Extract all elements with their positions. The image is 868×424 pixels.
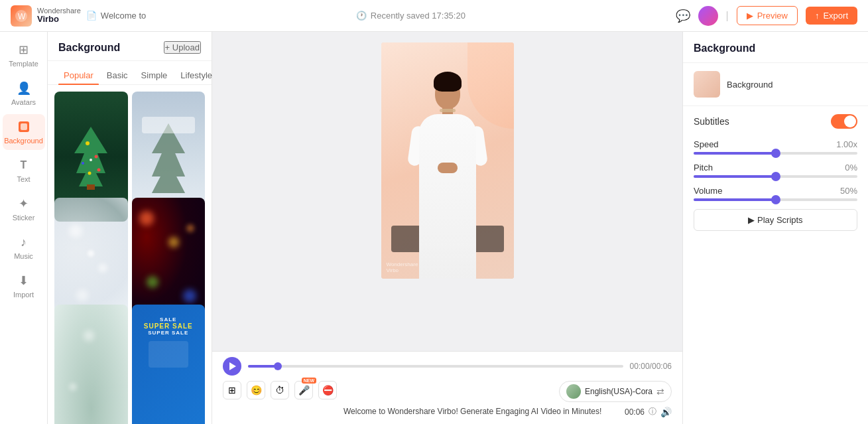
tab-lifestyle[interactable]: Lifestyle bbox=[175, 66, 217, 84]
saved-status: 🕐 Recently saved 17:35:20 bbox=[356, 11, 465, 21]
center-area: Welcome to Wondershare Virbo! Wondershar… bbox=[212, 32, 682, 424]
svg-text:W: W bbox=[18, 12, 26, 21]
sidebar-item-text[interactable]: T Text bbox=[3, 153, 45, 188]
background-icon bbox=[17, 119, 31, 134]
volume-value: 50% bbox=[840, 186, 857, 196]
duration-badge: 00:06 bbox=[625, 407, 645, 417]
pitch-slider[interactable] bbox=[694, 175, 857, 178]
svg-marker-4 bbox=[74, 127, 107, 186]
emoji-tool-icon[interactable]: 😊 bbox=[247, 381, 265, 399]
speed-row: Speed 1.00x bbox=[694, 139, 857, 155]
preview-button[interactable]: ▶ Preview bbox=[737, 6, 798, 25]
panel-header: Background + Upload bbox=[48, 32, 212, 61]
timeline: 00:00/00:06 ⊞ 😊 ⏱ 🎤 NEW ⛔ bbox=[212, 351, 682, 424]
notifications-icon[interactable]: 💬 bbox=[676, 9, 690, 23]
volume-icon[interactable]: 🔊 bbox=[660, 407, 672, 417]
canvas-video: Welcome to Wondershare Virbo! Wondershar… bbox=[381, 42, 514, 279]
svg-rect-3 bbox=[21, 123, 27, 130]
avatars-icon: 👤 bbox=[17, 81, 31, 96]
volume-row: Volume 50% bbox=[694, 186, 857, 201]
bg-thumb-light-green[interactable] bbox=[54, 305, 128, 424]
subtitles-row: Subtitles bbox=[683, 106, 868, 137]
voice-avatar bbox=[566, 384, 581, 399]
volume-label: Volume bbox=[694, 186, 722, 196]
script-text: Welcome to Wondershare Virbo! Generate E… bbox=[343, 406, 621, 417]
volume-fill bbox=[694, 198, 776, 201]
user-avatar[interactable] bbox=[698, 6, 718, 26]
logo-icon: W bbox=[11, 5, 32, 27]
canvas-area: Welcome to Wondershare Virbo! Wondershar… bbox=[212, 32, 682, 351]
mic-tool-icon[interactable]: 🎤 NEW bbox=[294, 381, 313, 399]
icon-sidebar: ⊞ Template 👤 Avatars Background T Text ✦… bbox=[0, 32, 48, 424]
template-icon: ⊞ bbox=[17, 42, 31, 57]
bg-preview-label: Background bbox=[727, 80, 773, 90]
text-icon: T bbox=[17, 158, 31, 173]
pitch-row: Pitch 0% bbox=[694, 163, 857, 178]
volume-thumb bbox=[771, 195, 780, 204]
svg-point-6 bbox=[86, 141, 90, 145]
panel-tabs: Popular Basic Simple Lifestyle › bbox=[48, 61, 212, 85]
subtitles-toggle[interactable] bbox=[831, 114, 857, 129]
script-tools: ⊞ 😊 ⏱ 🎤 NEW ⛔ bbox=[223, 381, 337, 399]
info-icon[interactable]: ⓘ bbox=[649, 406, 656, 417]
topbar: W Wondershare Virbo 📄 Welcome to 🕐 Recen… bbox=[0, 0, 868, 32]
right-panel-header: Background bbox=[683, 32, 868, 63]
sidebar-item-background[interactable]: Background bbox=[3, 114, 45, 150]
subtitles-label: Subtitles bbox=[694, 116, 729, 127]
right-panel: Background Background Subtitles Speed 1.… bbox=[682, 32, 868, 424]
bg-preview-thumbnail bbox=[694, 71, 720, 98]
voice-selector[interactable]: English(USA)-Cora ⇄ bbox=[559, 381, 672, 402]
topbar-center: 🕐 Recently saved 17:35:20 bbox=[154, 11, 667, 21]
expand-tool-icon[interactable]: ⊞ bbox=[223, 381, 241, 399]
svg-rect-5 bbox=[87, 184, 95, 190]
tab-basic[interactable]: Basic bbox=[101, 66, 133, 84]
pitch-label: Pitch bbox=[694, 163, 713, 173]
play-triangle-icon bbox=[229, 362, 236, 370]
svg-point-8 bbox=[82, 162, 84, 165]
volume-slider[interactable] bbox=[694, 198, 857, 201]
tab-simple[interactable]: Simple bbox=[136, 66, 173, 84]
progress-thumb bbox=[274, 362, 282, 370]
sidebar-item-import[interactable]: ⬇ Import bbox=[3, 268, 45, 304]
switch-voice-icon[interactable]: ⇄ bbox=[656, 386, 664, 397]
logo-text: Wondershare Virbo bbox=[37, 7, 81, 24]
speed-thumb bbox=[771, 149, 780, 158]
import-icon: ⬇ bbox=[17, 273, 31, 288]
progress-track[interactable] bbox=[248, 365, 623, 368]
svg-point-7 bbox=[95, 155, 98, 159]
topbar-right: 💬 | ▶ Preview ↑ Export bbox=[676, 6, 857, 26]
background-grid: SALE SUPER SALE SUPER SALE bbox=[48, 85, 212, 424]
play-button[interactable] bbox=[223, 357, 241, 376]
play-scripts-button[interactable]: ▶ Play Scripts bbox=[694, 209, 857, 231]
background-panel: Background + Upload Popular Basic Simple… bbox=[48, 32, 212, 424]
playback-bar: 00:00/00:06 bbox=[223, 352, 672, 378]
export-button[interactable]: ↑ Export bbox=[806, 7, 857, 25]
main-layout: ⊞ Template 👤 Avatars Background T Text ✦… bbox=[0, 32, 868, 424]
pitch-thumb bbox=[771, 172, 780, 181]
voice-settings: Speed 1.00x Pitch 0% bbox=[683, 139, 868, 201]
speed-value: 1.00x bbox=[836, 139, 857, 149]
voice-name: English(USA)-Cora bbox=[585, 387, 652, 396]
timer-tool-icon[interactable]: ⏱ bbox=[271, 381, 289, 399]
bg-thumb-sale[interactable]: SALE SUPER SALE SUPER SALE bbox=[132, 305, 206, 424]
upload-button[interactable]: + Upload bbox=[164, 41, 201, 54]
tab-popular[interactable]: Popular bbox=[58, 66, 99, 84]
svg-point-9 bbox=[97, 169, 101, 172]
svg-marker-14 bbox=[152, 123, 185, 193]
speed-fill bbox=[694, 152, 776, 155]
audio-tool-icon[interactable]: ⛔ bbox=[318, 381, 337, 399]
speed-label: Speed bbox=[694, 139, 719, 149]
sidebar-item-sticker[interactable]: ✦ Sticker bbox=[3, 191, 45, 227]
music-icon: ♪ bbox=[17, 235, 31, 249]
sidebar-item-avatars[interactable]: 👤 Avatars bbox=[3, 76, 45, 111]
right-panel-title: Background bbox=[694, 42, 755, 54]
avatar-figure bbox=[404, 66, 491, 279]
pitch-fill bbox=[694, 175, 776, 178]
toggle-thumb bbox=[844, 115, 856, 127]
sidebar-item-music[interactable]: ♪ Music bbox=[3, 230, 45, 265]
svg-point-11 bbox=[88, 172, 92, 175]
sidebar-item-template[interactable]: ⊞ Template bbox=[3, 37, 45, 73]
speed-slider[interactable] bbox=[694, 152, 857, 155]
sticker-icon: ✦ bbox=[17, 196, 31, 211]
topbar-left: W Wondershare Virbo 📄 Welcome to bbox=[11, 5, 146, 27]
